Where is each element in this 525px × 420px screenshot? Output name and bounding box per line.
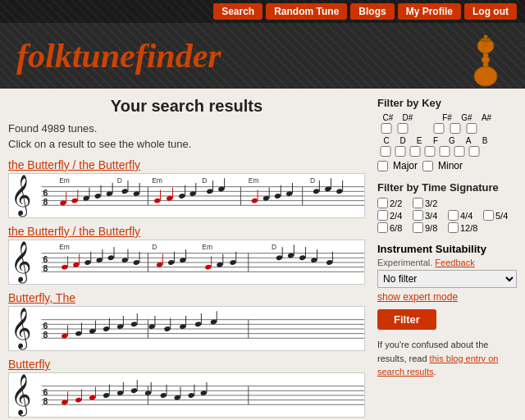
blogs-nav-button[interactable]: Blogs xyxy=(350,3,394,20)
key-label-blank xyxy=(418,113,436,122)
filter-by-key-section: Filter by Key C# D# F# G# A# C xyxy=(377,97,517,171)
show-expert-link[interactable]: show expert mode xyxy=(377,291,517,303)
svg-point-124 xyxy=(75,331,82,336)
svg-point-160 xyxy=(103,392,110,398)
experimental-text: Experimental. Feedback xyxy=(377,258,517,267)
minor-label: Minor xyxy=(438,160,463,171)
key-label-fsharp: F# xyxy=(438,113,456,122)
time-checkbox-44[interactable] xyxy=(448,210,459,221)
key-checkbox-e[interactable] xyxy=(409,146,422,157)
result-item[interactable]: Butterfly, The 𝄞 6 8 xyxy=(8,291,365,351)
svg-point-27 xyxy=(94,193,102,199)
filter-button[interactable]: Filter xyxy=(377,309,436,330)
svg-text:𝄞: 𝄞 xyxy=(11,241,31,284)
major-checkbox[interactable] xyxy=(377,161,388,171)
key-checkbox-f[interactable] xyxy=(423,146,436,157)
svg-point-59 xyxy=(336,189,344,194)
site-header: folktunefinder xyxy=(0,23,525,89)
key-checkbox-a[interactable] xyxy=(453,146,466,157)
svg-text:𝄞: 𝄞 xyxy=(11,374,31,417)
info-box: If you're confused about the results, re… xyxy=(377,338,517,379)
major-minor-row: Major Minor xyxy=(377,160,517,171)
svg-point-168 xyxy=(160,392,167,398)
minor-checkbox[interactable] xyxy=(422,161,433,171)
key-checkbox-asharp[interactable] xyxy=(464,123,479,134)
key-checkbox-dsharp[interactable] xyxy=(395,123,410,134)
svg-text:6: 6 xyxy=(43,322,48,331)
filter-by-time-title: Filter by Time Signature xyxy=(377,181,517,194)
key-label-g: G xyxy=(445,136,459,145)
svg-point-84 xyxy=(107,255,115,261)
key-label-gsharp: G# xyxy=(458,113,476,122)
svg-point-35 xyxy=(153,198,161,203)
svg-text:Em: Em xyxy=(249,176,259,185)
key-checkbox-c[interactable] xyxy=(379,146,392,157)
svg-point-140 xyxy=(194,322,202,327)
site-title: folktunefinder xyxy=(16,36,221,75)
key-checkbox-g[interactable] xyxy=(438,146,451,157)
key-label-csharp: C# xyxy=(379,113,397,122)
key-checkbox-fsharp[interactable] xyxy=(431,123,446,134)
result-item[interactable]: the Butterfly / the Butterfly 𝄞 6 8 Em D… xyxy=(8,225,365,285)
key-label-dsharp: D# xyxy=(399,113,417,122)
time-checkbox-128[interactable] xyxy=(448,222,459,233)
svg-text:8: 8 xyxy=(43,198,48,207)
svg-text:Em: Em xyxy=(59,243,70,251)
time-option-22: 2/2 xyxy=(377,198,411,208)
svg-text:6: 6 xyxy=(43,189,48,198)
svg-text:D: D xyxy=(152,243,157,251)
result-item[interactable]: Butterfly 𝄞 6 8 xyxy=(8,358,365,418)
key-label-d: D xyxy=(395,136,410,145)
svg-text:6: 6 xyxy=(43,255,48,264)
time-checkbox-34[interactable] xyxy=(413,210,423,221)
filter-by-key-title: Filter by Key xyxy=(377,97,517,109)
key-checkbox-gsharp[interactable] xyxy=(448,123,463,134)
svg-point-110 xyxy=(326,259,333,265)
svg-text:Em: Em xyxy=(59,176,70,185)
my-profile-nav-button[interactable]: My Profile xyxy=(398,3,461,20)
svg-text:8: 8 xyxy=(43,331,48,340)
feedback-link[interactable]: Feedback xyxy=(435,258,474,267)
time-checkbox-98[interactable] xyxy=(413,222,423,233)
time-checkbox-32[interactable] xyxy=(413,198,423,208)
time-checkbox-54[interactable] xyxy=(483,210,494,221)
key-checkbox-csharp[interactable] xyxy=(379,123,394,134)
svg-point-3 xyxy=(482,57,490,63)
instrument-section: Instrument Suitability Experimental. Fee… xyxy=(377,243,517,379)
logout-nav-button[interactable]: Log out xyxy=(464,3,517,20)
svg-point-172 xyxy=(188,392,195,398)
svg-point-96 xyxy=(204,264,212,270)
time-checkbox-68[interactable] xyxy=(377,222,388,233)
random-tune-nav-button[interactable]: Random Tune xyxy=(266,3,347,20)
time-checkbox-22[interactable] xyxy=(377,198,388,208)
svg-point-55 xyxy=(313,189,320,194)
result-item[interactable]: the Butterfly / the Butterfly 𝄞 6 8 Em xyxy=(8,158,365,218)
svg-text:Em: Em xyxy=(152,176,162,185)
violin-icon xyxy=(463,31,509,98)
result-title: the Butterfly / the Butterfly xyxy=(8,158,365,171)
key-checkbox-d[interactable] xyxy=(394,146,407,157)
page-title: Your search results xyxy=(8,97,365,116)
time-option-68: 6/8 xyxy=(377,222,411,233)
svg-point-31 xyxy=(121,189,129,194)
key-checkbox-b[interactable] xyxy=(468,146,481,157)
svg-point-0 xyxy=(474,66,497,86)
click-hint: Click on a result to see the whole tune. xyxy=(8,138,365,150)
svg-text:Em: Em xyxy=(202,243,212,251)
svg-point-92 xyxy=(167,259,175,265)
svg-point-51 xyxy=(274,193,281,199)
found-count: Found 4989 tunes. xyxy=(8,122,365,135)
svg-point-47 xyxy=(251,198,258,203)
svg-text:8: 8 xyxy=(43,397,48,406)
sheet-music: 𝄞 6 8 xyxy=(8,306,365,351)
search-nav-button[interactable]: Search xyxy=(213,3,262,20)
key-label-b: B xyxy=(477,136,492,145)
time-option-98: 9/8 xyxy=(413,222,446,233)
instrument-select[interactable]: No filter xyxy=(377,270,517,288)
svg-point-23 xyxy=(71,198,79,203)
filter-sidebar: Filter by Key C# D# F# G# A# C xyxy=(377,97,517,420)
result-title: the Butterfly / the Butterfly xyxy=(8,225,365,238)
sheet-music: 𝄞 6 8 Em D Em D Em D xyxy=(8,173,365,218)
time-checkbox-24[interactable] xyxy=(377,210,388,221)
instrument-title: Instrument Suitability xyxy=(377,243,517,255)
